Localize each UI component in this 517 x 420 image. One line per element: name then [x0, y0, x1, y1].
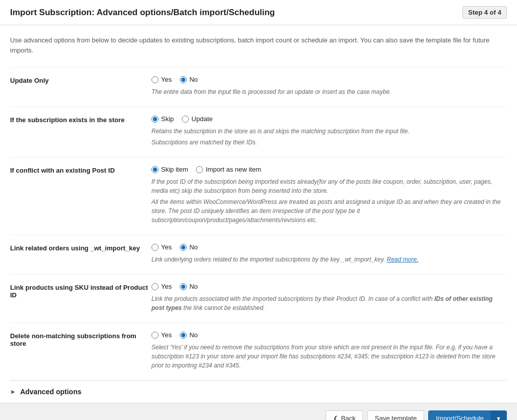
option-desc-subscription-exists: Retains the subscription in the store as…: [151, 127, 507, 147]
radio-input-delete-non-matching-yes[interactable]: [151, 332, 159, 339]
option-desc-link-orders-p0: Link underlying orders related to the im…: [151, 255, 507, 264]
radio-label-subscription-exists-skip: Skip: [161, 115, 174, 123]
intro-text: Use advanced options from below to decid…: [10, 35, 507, 55]
option-desc-link-orders: Link underlying orders related to the im…: [151, 255, 507, 264]
radio-label-update-only-no: No: [189, 76, 198, 83]
option-desc-update-only-p0: The entire data from the input file is p…: [151, 87, 507, 96]
radio-input-update-only-no[interactable]: [180, 76, 187, 83]
radio-input-link-orders-yes[interactable]: [151, 244, 159, 251]
radio-group-link-orders: YesNo: [151, 243, 507, 251]
option-row-link-products: Link products using SKU instead of Produ…: [10, 274, 507, 323]
radio-item-link-products-yes[interactable]: Yes: [151, 283, 172, 290]
option-label-link-products: Link products using SKU instead of Produ…: [10, 283, 151, 299]
radio-label-delete-non-matching-yes: Yes: [161, 331, 172, 339]
advanced-options-label: Advanced options: [20, 388, 81, 396]
content-area: Use advanced options from below to decid…: [0, 25, 517, 403]
advanced-options-section[interactable]: ► Advanced options: [10, 380, 507, 403]
chevron-left-icon: ❮: [333, 415, 338, 420]
option-right-conflict-post-id: Skip itemImport as new itemIf the post I…: [151, 166, 507, 227]
option-desc-link-products: Link the products associated with the im…: [151, 294, 507, 312]
option-desc-update-only: The entire data from the input file is p…: [151, 87, 507, 96]
option-label-update-only: Update Only: [10, 76, 151, 84]
footer: ❮ Back Save template Import/Schedule ▼: [0, 403, 517, 420]
radio-item-subscription-exists-skip[interactable]: Skip: [151, 115, 174, 123]
option-row-subscription-exists: If the subscription exists in the storeS…: [10, 107, 507, 157]
radio-input-conflict-post-id-skip-item[interactable]: [151, 166, 159, 173]
back-label: Back: [341, 414, 355, 420]
option-right-update-only: YesNoThe entire data from the input file…: [151, 76, 507, 98]
radio-input-delete-non-matching-no[interactable]: [180, 332, 187, 339]
options-container: Update OnlyYesNoThe entire data from the…: [10, 67, 507, 380]
option-desc-delete-non-matching-p0: Select 'Yes' if you need to remove the s…: [151, 343, 507, 370]
option-right-link-orders: YesNoLink underlying orders related to t…: [151, 243, 507, 266]
page-wrapper: Import Subscription: Advanced options/Ba…: [0, 0, 517, 420]
radio-item-link-products-no[interactable]: No: [180, 283, 198, 290]
header: Import Subscription: Advanced options/Ba…: [0, 0, 517, 25]
radio-label-link-orders-yes: Yes: [161, 243, 172, 251]
radio-label-link-orders-no: No: [189, 243, 198, 251]
import-schedule-button[interactable]: Import/Schedule: [429, 411, 491, 420]
page-title: Import Subscription: Advanced options/Ba…: [10, 8, 275, 18]
radio-item-update-only-no[interactable]: No: [180, 76, 198, 83]
radio-input-subscription-exists-update[interactable]: [182, 116, 189, 123]
radio-item-delete-non-matching-yes[interactable]: Yes: [151, 331, 172, 339]
radio-group-link-products: YesNo: [151, 283, 507, 290]
option-desc-subscription-exists-p0: Retains the subscription in the store as…: [151, 127, 507, 136]
radio-input-link-products-yes[interactable]: [151, 283, 159, 290]
option-desc-conflict-post-id-p0: If the post ID of the subscription being…: [151, 177, 507, 195]
radio-input-subscription-exists-skip[interactable]: [151, 116, 159, 123]
option-row-update-only: Update OnlyYesNoThe entire data from the…: [10, 67, 507, 107]
radio-group-delete-non-matching: YesNo: [151, 331, 507, 339]
import-schedule-label: Import/Schedule: [436, 414, 484, 420]
radio-item-conflict-post-id-import-as-new-item[interactable]: Import as new item: [196, 166, 261, 173]
option-desc-delete-non-matching: Select 'Yes' if you need to remove the s…: [151, 343, 507, 370]
option-read-more-link-link-orders[interactable]: Read more.: [387, 256, 419, 263]
radio-label-delete-non-matching-no: No: [189, 331, 198, 339]
radio-label-link-products-no: No: [189, 283, 198, 290]
radio-item-link-orders-no[interactable]: No: [180, 243, 198, 251]
radio-input-link-orders-no[interactable]: [180, 244, 187, 251]
save-template-button[interactable]: Save template: [367, 410, 424, 420]
option-desc-conflict-post-id-p1: All the items within WooCommerce/WordPre…: [151, 197, 507, 225]
radio-group-update-only: YesNo: [151, 76, 507, 83]
radio-label-conflict-post-id-skip-item: Skip item: [161, 166, 188, 173]
option-right-delete-non-matching: YesNoSelect 'Yes' if you need to remove …: [151, 331, 507, 372]
radio-item-conflict-post-id-skip-item[interactable]: Skip item: [151, 166, 188, 173]
radio-input-link-products-no[interactable]: [180, 283, 187, 290]
option-row-delete-non-matching: Delete non-matching subscriptions from s…: [10, 323, 507, 380]
chevron-right-icon: ►: [10, 388, 16, 395]
radio-label-conflict-post-id-import-as-new-item: Import as new item: [205, 166, 261, 173]
option-right-link-products: YesNoLink the products associated with t…: [151, 283, 507, 314]
radio-input-update-only-yes[interactable]: [151, 76, 159, 83]
import-schedule-dropdown[interactable]: ▼: [491, 411, 506, 420]
option-desc-subscription-exists-p1: Subscriptions are matched by their IDs.: [151, 138, 507, 147]
radio-group-conflict-post-id: Skip itemImport as new item: [151, 166, 507, 173]
radio-item-delete-non-matching-no[interactable]: No: [180, 331, 198, 339]
option-label-subscription-exists: If the subscription exists in the store: [10, 115, 151, 124]
radio-input-conflict-post-id-import-as-new-item[interactable]: [196, 166, 203, 173]
radio-item-link-orders-yes[interactable]: Yes: [151, 243, 172, 251]
import-schedule-wrapper: Import/Schedule ▼: [428, 410, 507, 420]
option-row-link-orders: Link related orders using _wt_import_key…: [10, 235, 507, 274]
option-desc-link-products-p0: Link the products associated with the im…: [151, 294, 507, 312]
save-template-label: Save template: [375, 414, 417, 420]
option-desc-conflict-post-id: If the post ID of the subscription being…: [151, 177, 507, 225]
option-row-conflict-post-id: If conflict with an existing Post IDSkip…: [10, 157, 507, 235]
option-label-delete-non-matching: Delete non-matching subscriptions from s…: [10, 331, 151, 347]
option-right-subscription-exists: SkipUpdateRetains the subscription in th…: [151, 115, 507, 149]
radio-label-update-only-yes: Yes: [161, 76, 172, 83]
radio-item-subscription-exists-update[interactable]: Update: [182, 115, 213, 123]
option-label-conflict-post-id: If conflict with an existing Post ID: [10, 166, 151, 174]
radio-label-link-products-yes: Yes: [161, 283, 172, 290]
radio-item-update-only-yes[interactable]: Yes: [151, 76, 172, 83]
option-label-link-orders: Link related orders using _wt_import_key: [10, 243, 151, 252]
radio-label-subscription-exists-update: Update: [191, 115, 213, 123]
back-button[interactable]: ❮ Back: [326, 410, 363, 420]
step-badge: Step 4 of 4: [462, 6, 507, 19]
radio-group-subscription-exists: SkipUpdate: [151, 115, 507, 123]
dropdown-arrow-icon: ▼: [496, 415, 501, 421]
